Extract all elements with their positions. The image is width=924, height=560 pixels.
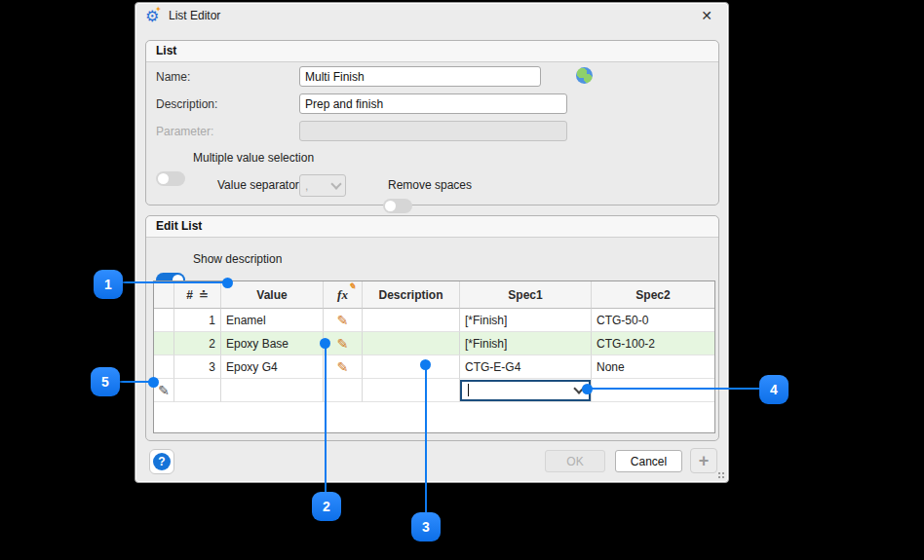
list-group: List Name: Description: Parameter: Multi… xyxy=(145,40,719,205)
callout-1-dot xyxy=(222,278,233,288)
resize-grip[interactable] xyxy=(717,471,725,479)
row-indicator xyxy=(154,309,174,332)
close-button[interactable]: ✕ xyxy=(699,8,714,23)
table-row-selected[interactable]: 2 Epoxy Base ✎ [*Finish] CTG-100-2 xyxy=(154,332,714,355)
parameter-label: Parameter: xyxy=(156,125,213,138)
callout-5-dot xyxy=(148,377,159,388)
cell-spec1[interactable]: CTG-E-G4 xyxy=(460,355,592,379)
table-header-row: # ≐ Value fx✎ Description Spec1 Spec2 xyxy=(154,281,714,309)
callout-5-line xyxy=(120,381,151,383)
column-header-spec2[interactable]: Spec2 xyxy=(592,281,714,309)
callout-2-line xyxy=(325,343,327,492)
window-title: List Editor xyxy=(169,9,220,22)
pencil-icon: ✎ xyxy=(337,359,349,375)
description-input[interactable] xyxy=(299,93,567,114)
cell-num: 1 xyxy=(174,309,221,332)
callout-2-dot xyxy=(320,338,330,349)
multiple-value-toggle xyxy=(156,171,185,186)
list-group-title: List xyxy=(146,41,718,62)
help-icon: ? xyxy=(153,453,171,470)
description-label: Description: xyxy=(156,97,217,111)
callout-3-dot xyxy=(420,359,431,370)
cell-spec1[interactable]: [*Finish] xyxy=(460,309,592,332)
remove-spaces-toggle xyxy=(383,199,412,213)
globe-icon[interactable] xyxy=(576,67,593,84)
fx-pencil-icon: ✎ xyxy=(348,281,356,291)
table-row-new[interactable]: ✎ xyxy=(154,379,714,402)
value-separator-value: , xyxy=(305,179,308,193)
cell-num: 2 xyxy=(174,332,221,355)
row-indicator xyxy=(154,355,174,379)
callout-4-badge: 4 xyxy=(759,375,789,404)
cell-num xyxy=(174,379,221,402)
table-row[interactable]: 1 Enamel ✎ [*Finish] CTG-50-0 xyxy=(154,309,714,332)
pencil-icon: ✎ xyxy=(337,313,349,328)
cell-spec1[interactable]: [*Finish] xyxy=(460,332,592,355)
spec1-combobox[interactable] xyxy=(460,380,591,401)
row-indicator xyxy=(154,332,174,355)
column-header-value[interactable]: Value xyxy=(221,281,324,309)
edit-value-button[interactable]: ✎ xyxy=(324,309,363,332)
column-header-num[interactable]: # ≐ xyxy=(174,281,221,309)
cancel-button[interactable]: Cancel xyxy=(615,450,682,472)
cell-spec2[interactable]: CTG-100-2 xyxy=(592,332,714,355)
pencil-icon: ✎ xyxy=(337,336,349,352)
cell-value[interactable]: Epoxy G4 xyxy=(221,355,324,379)
cell-spec2[interactable]: CTG-50-0 xyxy=(592,309,714,332)
add-row-button: + xyxy=(690,448,717,473)
callout-4-line xyxy=(588,388,759,390)
column-header-description[interactable]: Description xyxy=(363,281,460,309)
value-separator-label: Value separator xyxy=(217,178,299,192)
show-description-label: Show description xyxy=(193,252,282,266)
callout-1-line xyxy=(123,281,228,283)
cell-value[interactable] xyxy=(221,379,324,402)
cell-spec2[interactable] xyxy=(592,379,714,402)
gear-star-icon: ✦ xyxy=(155,5,162,14)
callout-5-badge: 5 xyxy=(91,367,120,396)
cell-value[interactable]: Epoxy Base xyxy=(221,332,324,355)
text-cursor xyxy=(468,384,469,396)
titlebar[interactable]: ⚙ ✦ List Editor ✕ xyxy=(135,3,728,28)
chevron-down-icon xyxy=(330,178,341,189)
remove-spaces-label: Remove spaces xyxy=(388,178,472,192)
parameter-input xyxy=(299,121,567,141)
row-pencil-icon: ✎ xyxy=(158,383,170,398)
cell-description[interactable] xyxy=(363,355,460,379)
column-header-fx[interactable]: fx✎ xyxy=(324,281,363,309)
cell-value[interactable]: Enamel xyxy=(221,309,324,332)
cell-description[interactable] xyxy=(363,332,460,355)
row-indicator-header xyxy=(154,281,174,309)
multiple-value-label: Multiple value selection xyxy=(193,151,314,165)
column-header-spec1[interactable]: Spec1 xyxy=(460,281,592,309)
callout-4-dot xyxy=(582,384,593,394)
name-label: Name: xyxy=(156,70,190,84)
name-input[interactable] xyxy=(299,66,541,87)
cell-spec2[interactable]: None xyxy=(592,355,714,379)
cell-spec1-editing xyxy=(460,379,592,402)
edit-value-button[interactable]: ✎ xyxy=(324,355,363,379)
values-table: # ≐ Value fx✎ Description Spec1 Spec2 1 … xyxy=(153,280,715,433)
cell-description[interactable] xyxy=(363,379,460,402)
table-row[interactable]: 3 Epoxy G4 ✎ CTG-E-G4 None xyxy=(154,355,714,379)
value-separator-select: , xyxy=(299,174,346,197)
ok-button: OK xyxy=(545,450,605,472)
callout-2-badge: 2 xyxy=(312,492,341,521)
callout-1-badge: 1 xyxy=(94,270,123,299)
list-editor-dialog: ⚙ ✦ List Editor ✕ List Name: Description… xyxy=(135,2,729,483)
cell-fx[interactable] xyxy=(324,379,363,402)
edit-list-group-title: Edit List xyxy=(146,216,718,238)
edit-list-group: Edit List Show description x x × + xyxy=(145,215,719,441)
sort-icon[interactable]: ≐ xyxy=(199,288,209,302)
callout-3-line xyxy=(425,364,427,512)
cell-num: 3 xyxy=(174,355,221,379)
cell-description[interactable] xyxy=(363,309,460,332)
callout-3-badge: 3 xyxy=(411,512,441,541)
help-button[interactable]: ? xyxy=(149,449,174,474)
